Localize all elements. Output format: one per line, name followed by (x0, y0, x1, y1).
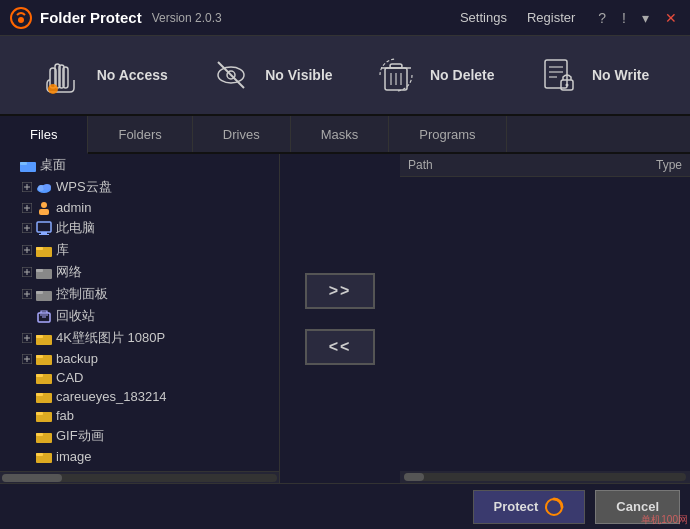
tree-toggle-wallpaper[interactable] (20, 331, 34, 345)
svg-rect-39 (41, 232, 47, 234)
tree-item-controlpanel[interactable]: 控制面板 (0, 283, 279, 305)
tree-toggle-controlpanel[interactable] (20, 287, 34, 301)
svg-rect-50 (36, 269, 43, 272)
eye-slash-icon (209, 53, 253, 97)
tree-item-careueyes[interactable]: careueyes_183214 (0, 387, 279, 406)
tree-toggle-gif[interactable] (20, 429, 34, 443)
tree-label-desktop: 桌面 (40, 156, 66, 174)
tree-item-backup[interactable]: backup (0, 349, 279, 368)
app-logo (10, 7, 32, 29)
svg-point-21 (565, 84, 568, 87)
tree-item-admin[interactable]: admin (0, 198, 279, 217)
tree-item-fab[interactable]: fab (0, 406, 279, 425)
folder-icon-mypc (36, 221, 52, 235)
middle-buttons: >> << (280, 154, 400, 483)
tree-toggle-desktop[interactable] (4, 158, 18, 172)
svg-rect-74 (36, 433, 43, 436)
tree-item-image[interactable]: image (0, 447, 279, 466)
tree-item-network[interactable]: 网络 (0, 261, 279, 283)
tree-toggle-network[interactable] (20, 265, 34, 279)
folder-icon-careueyes (36, 390, 52, 404)
svg-rect-34 (39, 209, 49, 215)
svg-rect-72 (36, 412, 43, 415)
svg-point-1 (18, 17, 24, 23)
tree-horizontal-scrollbar[interactable] (0, 471, 279, 483)
svg-rect-38 (37, 222, 51, 232)
remove-button[interactable]: << (305, 329, 375, 365)
tab-folders[interactable]: Folders (88, 116, 192, 152)
folder-icon-recycle (36, 309, 52, 323)
svg-rect-61 (36, 335, 43, 338)
tab-drives[interactable]: Drives (193, 116, 291, 152)
tab-masks[interactable]: Masks (291, 116, 390, 152)
tree-label-wallpaper: 4K壁纸图片 1080P (56, 329, 165, 347)
svg-rect-68 (36, 374, 43, 377)
tree-label-fab: fab (56, 408, 74, 423)
add-button[interactable]: >> (305, 273, 375, 309)
tree-item-cad[interactable]: CAD (0, 368, 279, 387)
tree-item-wps[interactable]: WPS云盘 (0, 176, 279, 198)
tree-label-careueyes: careueyes_183214 (56, 389, 167, 404)
right-scrollbar[interactable] (400, 471, 690, 483)
tree-label-recycle: 回收站 (56, 307, 95, 325)
help-button[interactable]: ? (595, 10, 609, 26)
no-access-button[interactable]: No Access (26, 45, 183, 105)
folder-icon-wps (36, 180, 52, 194)
tree-item-mypc[interactable]: 此电脑 (0, 217, 279, 239)
svg-point-28 (38, 185, 44, 191)
tree-scroll[interactable]: 桌面WPS云盘admin此电脑库网络控制面板回收站4K壁纸图片 1080Pbac… (0, 154, 279, 471)
tab-files[interactable]: Files (0, 116, 88, 154)
folder-icon-wallpaper (36, 331, 52, 345)
tree-toggle-mypc[interactable] (20, 221, 34, 235)
tree-label-mypc: 此电脑 (56, 219, 95, 237)
protect-spinner-icon (544, 497, 564, 517)
svg-rect-40 (39, 234, 49, 235)
tree-item-recycle[interactable]: 回收站 (0, 305, 279, 327)
protection-bar: No Access No Visible (0, 36, 690, 116)
folder-icon-cad (36, 371, 52, 385)
close-button[interactable]: ✕ (662, 10, 680, 26)
tree-label-cad: CAD (56, 370, 83, 385)
info-button[interactable]: ! (619, 10, 629, 26)
minimize-button[interactable]: ▾ (639, 10, 652, 26)
tree-toggle-lib[interactable] (20, 243, 34, 257)
tree-toggle-careueyes[interactable] (20, 390, 34, 404)
tabs-bar: Files Folders Drives Masks Programs (0, 116, 690, 154)
col-path: Path (408, 158, 622, 172)
svg-point-6 (48, 84, 58, 94)
no-write-button[interactable]: No Write (521, 45, 664, 105)
right-content[interactable] (400, 177, 690, 471)
right-header: Path Type (400, 154, 690, 177)
tree-toggle-admin[interactable] (20, 201, 34, 215)
tab-programs[interactable]: Programs (389, 116, 506, 152)
tree-toggle-wps[interactable] (20, 180, 34, 194)
tree-item-gif[interactable]: GIF动画 (0, 425, 279, 447)
tree-toggle-image[interactable] (20, 450, 34, 464)
settings-link[interactable]: Settings (460, 10, 507, 25)
titlebar: Folder Protect Version 2.0.3 Settings Re… (0, 0, 690, 36)
right-scrollbar-thumb (404, 473, 424, 481)
folder-icon-controlpanel (36, 287, 52, 301)
no-write-label: No Write (592, 67, 649, 83)
tree-toggle-backup[interactable] (20, 352, 34, 366)
register-link[interactable]: Register (527, 10, 575, 25)
tree-item-lib[interactable]: 库 (0, 239, 279, 261)
doc-lock-icon (536, 53, 580, 97)
right-panel: Path Type (400, 154, 690, 483)
protect-button[interactable]: Protect (473, 490, 586, 524)
tree-toggle-recycle[interactable] (20, 309, 34, 323)
tree-toggle-cad[interactable] (20, 371, 34, 385)
tree-label-network: 网络 (56, 263, 82, 281)
no-visible-button[interactable]: No Visible (194, 45, 347, 105)
no-access-label: No Access (97, 67, 168, 83)
tree-label-gif: GIF动画 (56, 427, 104, 445)
tree-toggle-fab[interactable] (20, 409, 34, 423)
tree-label-controlpanel: 控制面板 (56, 285, 108, 303)
tree-item-wallpaper[interactable]: 4K壁纸图片 1080P (0, 327, 279, 349)
folder-icon-lib (36, 243, 52, 257)
titlebar-nav: Settings Register (460, 10, 575, 25)
tree-item-desktop[interactable]: 桌面 (0, 154, 279, 176)
svg-rect-5 (63, 67, 68, 88)
no-delete-button[interactable]: No Delete (359, 45, 510, 105)
folder-icon-image (36, 450, 52, 464)
